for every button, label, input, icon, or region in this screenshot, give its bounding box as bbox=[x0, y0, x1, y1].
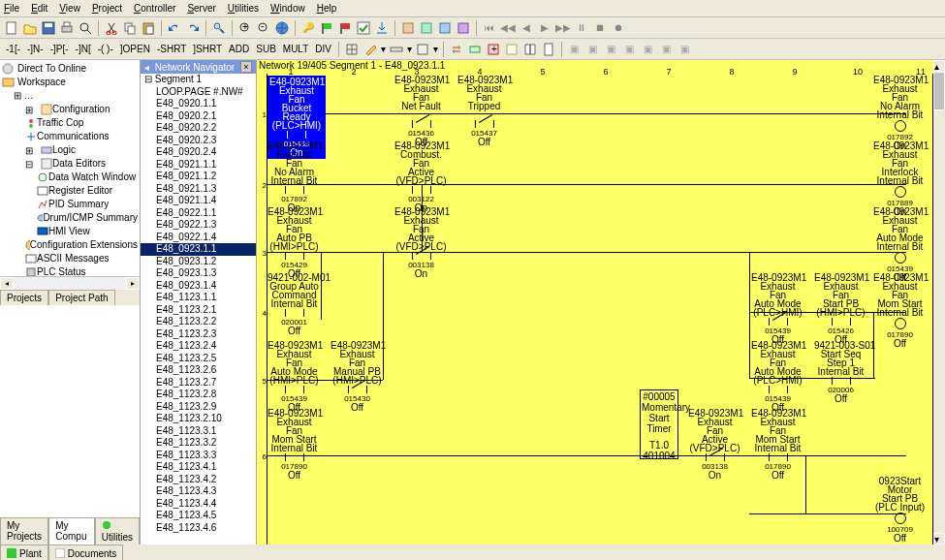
brush-icon[interactable] bbox=[362, 42, 378, 57]
tab-my-computer[interactable]: My Compu bbox=[48, 517, 95, 544]
menu-controller[interactable]: Controller bbox=[134, 3, 175, 14]
close-icon[interactable]: × bbox=[240, 61, 252, 73]
btn-sub[interactable]: SUB bbox=[254, 44, 278, 54]
tree-hmi-view[interactable]: HMI View bbox=[2, 225, 138, 238]
btn-div[interactable]: DIV bbox=[313, 44, 333, 54]
tree-communications[interactable]: Communications bbox=[2, 130, 138, 143]
undo-icon[interactable] bbox=[167, 20, 182, 36]
menu-project[interactable]: Project bbox=[92, 3, 122, 14]
contact-015437[interactable]: E48-0923M1Exhaust FanTripped 015437Off bbox=[457, 76, 511, 146]
list-item[interactable]: E48_0921.1.4 bbox=[141, 195, 256, 207]
nav-first-icon[interactable]: ⏮ bbox=[482, 20, 497, 36]
list-item[interactable]: E48_0923.1.4 bbox=[141, 280, 256, 293]
paste-icon[interactable] bbox=[141, 20, 156, 36]
btn-shrt[interactable]: -SHRT bbox=[155, 44, 188, 54]
contact-015436[interactable]: E48-0923M1Exhaust FanNet Fault 015436Off bbox=[394, 76, 448, 146]
tree-pid-summary[interactable]: PID Summary bbox=[2, 198, 138, 211]
list-item[interactable]: E48_1123.4.1 bbox=[141, 461, 256, 474]
list-item[interactable]: E48_1123.4.4 bbox=[141, 498, 256, 511]
list-item[interactable]: E48_1123.3.3 bbox=[141, 450, 256, 462]
swap-icon[interactable] bbox=[449, 42, 464, 57]
notes-icon[interactable] bbox=[504, 42, 520, 57]
tab-project-path[interactable]: Project Path bbox=[48, 290, 114, 305]
open-icon[interactable] bbox=[22, 20, 38, 36]
tree-config-ext[interactable]: Configuration Extensions bbox=[2, 238, 138, 252]
tree-configuration[interactable]: ⊞ Configuration bbox=[2, 103, 138, 116]
list-item[interactable]: E48_1123.2.6 bbox=[141, 364, 256, 377]
contact-017890f[interactable]: E48-0923M1Exhaust FanMom Start Internal … bbox=[268, 409, 321, 480]
nav-back-icon[interactable]: ◀ bbox=[519, 20, 534, 36]
contact-015426[interactable]: E48-0923M1Exhaust FanStart PB (HMI>PLC) … bbox=[814, 273, 867, 344]
list-item[interactable]: E48_0920.2.4 bbox=[141, 146, 256, 159]
tree-traffic-cop[interactable]: Traffic Cop bbox=[2, 116, 138, 130]
coil-100709[interactable]: 0923StartMotorStart PB (PLC Input) 10070… bbox=[873, 477, 927, 543]
btn-add[interactable]: ADD bbox=[227, 44, 251, 54]
list-item[interactable]: E48_0920.2.1 bbox=[141, 110, 256, 123]
list-item[interactable]: E48_1123.3.2 bbox=[141, 437, 256, 450]
menu-edit[interactable]: Edit bbox=[31, 3, 47, 14]
list-item[interactable]: E48_0921.1.1 bbox=[141, 159, 256, 171]
flag-green-icon[interactable] bbox=[319, 20, 334, 36]
tree-data-editors[interactable]: ⊟ Data Editors bbox=[2, 157, 138, 171]
cube1-icon[interactable]: ▣ bbox=[567, 42, 583, 57]
btn-no-contact[interactable]: -1[- bbox=[4, 44, 22, 54]
list-item[interactable]: E48_1123.4.5 bbox=[141, 510, 256, 522]
list-item[interactable]: E48_1123.2.2 bbox=[141, 316, 256, 328]
tree-drum-icmp[interactable]: Drum/ICMP Summary bbox=[2, 211, 138, 225]
contact-015439e2[interactable]: E48-0923M1Exhaust FanAuto Mode (PLC>HMI)… bbox=[751, 341, 804, 412]
tree-data-watch[interactable]: Data Watch Window bbox=[2, 171, 138, 184]
tab-projects[interactable]: Projects bbox=[0, 290, 48, 305]
book-icon[interactable] bbox=[522, 42, 538, 57]
menu-window[interactable]: Window bbox=[270, 3, 305, 14]
list-item[interactable]: E48_0923.1.1 bbox=[141, 243, 256, 256]
list-item[interactable]: E48_1123.2.5 bbox=[141, 353, 256, 365]
ladder-diagram[interactable]: Network 19/405 Segment 1 - E48_0923.1.1 … bbox=[257, 60, 945, 544]
print-icon[interactable] bbox=[59, 20, 75, 36]
find-icon[interactable] bbox=[211, 20, 227, 36]
diagram-vscroll[interactable]: ▴▾ bbox=[933, 60, 945, 544]
workspace-tree[interactable]: Direct To Online Workspace ⊞ … ⊞ Configu… bbox=[0, 60, 140, 276]
coil-017890[interactable]: E48-0923M1Exhaust FanMom Start Internal … bbox=[873, 273, 927, 348]
list-item[interactable]: E48_1123.4.3 bbox=[141, 485, 256, 498]
btn-p-contact[interactable]: -]P[- bbox=[48, 44, 71, 54]
globe-icon[interactable] bbox=[274, 20, 290, 36]
contact-015439d[interactable]: E48-0923M1Exhaust FanAuto Mode (PLC>HMI)… bbox=[751, 273, 804, 344]
contact-003138f[interactable]: E48-0923M1Exhaust FanActive (VFD>PLC) 00… bbox=[688, 409, 741, 480]
tool-c-icon[interactable] bbox=[437, 20, 453, 36]
list-item[interactable]: E48_1123.3.1 bbox=[141, 425, 256, 438]
list-item[interactable]: E48_1123.2.1 bbox=[141, 304, 256, 317]
network-list[interactable]: ⊟ Segment 1 LOOP.PAGE #.NW# E48_0920.1.1… bbox=[141, 74, 256, 544]
list-item[interactable]: E48_1123.1.1 bbox=[141, 292, 256, 304]
ins-row-icon[interactable] bbox=[467, 42, 483, 57]
tree-direct-online[interactable]: Direct To Online bbox=[2, 62, 138, 76]
nav-stop-icon[interactable]: ⏹ bbox=[592, 20, 608, 36]
list-item[interactable]: E48_0920.2.2 bbox=[141, 122, 256, 135]
cube6-icon[interactable]: ▣ bbox=[659, 42, 675, 57]
tree-plc-status[interactable]: PLC Status bbox=[2, 265, 138, 276]
segment-header[interactable]: ⊟ Segment 1 bbox=[141, 74, 256, 86]
menu-view[interactable]: View bbox=[59, 3, 80, 14]
list-item[interactable]: E48_0922.1.4 bbox=[141, 232, 256, 244]
list-item[interactable]: E48_1123.4.6 bbox=[141, 522, 256, 535]
contact-015439e[interactable]: E48-0923M1Exhaust FanAuto Mode (HMI>PLC)… bbox=[268, 341, 321, 412]
contact-017892b[interactable]: E48-0923M1Exhaust FanNo Alarm Internal B… bbox=[268, 141, 321, 212]
list-item[interactable]: E48_0923.1.2 bbox=[141, 256, 256, 268]
tree-ascii-messages[interactable]: ASCII Messages bbox=[2, 252, 138, 265]
list-item[interactable]: E48_0921.1.2 bbox=[141, 171, 256, 183]
list-item[interactable]: E48_1123.2.10 bbox=[141, 413, 256, 425]
tree-ellipsis[interactable]: ⊞ … bbox=[2, 89, 138, 103]
list-item[interactable]: E48_1123.2.4 bbox=[141, 340, 256, 353]
cube5-icon[interactable]: ▣ bbox=[641, 42, 656, 57]
list-item[interactable]: E48_0922.1.1 bbox=[141, 207, 256, 220]
box-icon[interactable] bbox=[415, 42, 430, 57]
list-item[interactable]: E48_1123.2.8 bbox=[141, 389, 256, 401]
cube4-icon[interactable]: ▣ bbox=[622, 42, 638, 57]
tab-utilities[interactable]: Utilities bbox=[95, 517, 140, 544]
list-item[interactable]: E48_0921.1.3 bbox=[141, 183, 256, 196]
checkbox-icon[interactable] bbox=[356, 20, 371, 36]
coil-017889[interactable]: E48-0923M1Exhaust FanInterlock Internal … bbox=[873, 141, 927, 216]
nav-next-icon[interactable]: ▶▶ bbox=[555, 20, 571, 36]
tree-logic[interactable]: ⊞ Logic bbox=[2, 143, 138, 157]
tree-register-editor[interactable]: Register Editor bbox=[2, 184, 138, 198]
zoom-out-icon[interactable]: - bbox=[256, 20, 271, 36]
